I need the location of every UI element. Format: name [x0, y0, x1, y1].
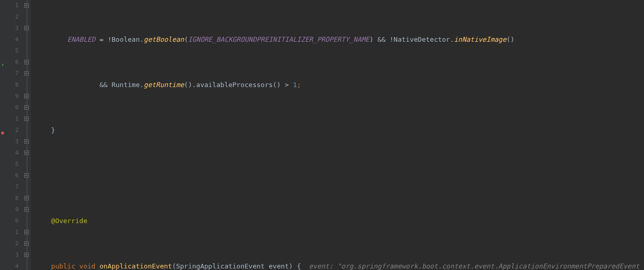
token-static-field: IGNORE_BACKGROUNDPREINITIALIZER_PROPERTY…: [188, 36, 369, 43]
code-area[interactable]: ENABLED = !Boolean.getBoolean(IGNORE_BAC…: [31, 0, 644, 270]
fold-end-icon[interactable]: −: [24, 139, 29, 144]
token: ().availableProcessors() >: [184, 81, 293, 89]
fold-end-icon[interactable]: −: [24, 196, 29, 200]
token-number: 1: [293, 81, 297, 89]
line-number[interactable]: 6: [0, 57, 19, 68]
fold-start-icon[interactable]: −: [24, 105, 29, 110]
token-static-method: inNativeImage: [454, 36, 507, 43]
fold-start-icon[interactable]: −: [24, 173, 29, 178]
line-number[interactable]: 4: [0, 147, 19, 159]
code-line[interactable]: public void onApplicationEvent(SpringApp…: [31, 261, 644, 270]
token-static-method: getBoolean: [144, 36, 184, 43]
fold-end-icon[interactable]: −: [24, 3, 29, 8]
line-number[interactable]: 8: [0, 79, 19, 91]
fold-end-icon[interactable]: −: [24, 26, 29, 30]
fold-start-icon[interactable]: −: [24, 207, 29, 212]
token-brace: }: [51, 126, 55, 134]
code-line[interactable]: }: [31, 125, 644, 136]
line-number[interactable]: 9: [0, 204, 19, 215]
token-annotation: @Override: [51, 217, 87, 225]
fold-start-icon[interactable]: −: [24, 60, 29, 64]
token-keyword: public: [51, 262, 79, 270]
line-number[interactable]: 5: [0, 45, 19, 57]
line-number-gutter[interactable]: ↑● 123456789012345678901234: [0, 0, 23, 270]
token-static-field: ENABLED: [67, 36, 96, 43]
token-static-method: getRuntime: [144, 81, 184, 89]
line-number[interactable]: 2: [0, 238, 19, 249]
line-number[interactable]: 0: [0, 102, 19, 113]
indent: [35, 81, 99, 89]
line-number[interactable]: 7: [0, 68, 19, 79]
fold-start-icon[interactable]: −: [24, 116, 29, 121]
line-number[interactable]: 4: [0, 34, 19, 45]
line-number[interactable]: 7: [0, 181, 19, 193]
line-number[interactable]: 0: [0, 215, 19, 227]
indent: [35, 36, 67, 43]
code-editor[interactable]: ↑● 123456789012345678901234 −−−−−−−−−−−−…: [0, 0, 644, 270]
token: = !Boolean.: [95, 36, 144, 43]
fold-end-icon[interactable]: −: [24, 241, 29, 246]
code-line[interactable]: ENABLED = !Boolean.getBoolean(IGNORE_BAC…: [31, 34, 644, 45]
fold-end-icon[interactable]: −: [24, 252, 29, 257]
line-number[interactable]: 8: [0, 193, 19, 204]
fold-end-icon[interactable]: −: [24, 94, 29, 98]
code-line[interactable]: [31, 170, 644, 181]
indent: [35, 262, 51, 270]
inline-hint: event: "org.springframework.boot.context…: [301, 262, 639, 270]
token-semicolon: ;: [297, 81, 301, 89]
line-number[interactable]: 2: [0, 11, 19, 23]
indent: [35, 217, 51, 225]
fold-column[interactable]: −−−−−−−−−−−−−−−: [23, 0, 31, 270]
line-number[interactable]: 2: [0, 125, 19, 136]
token: && Runtime.: [99, 81, 144, 89]
line-number[interactable]: 1: [0, 113, 19, 125]
line-number[interactable]: 6: [0, 170, 19, 181]
line-number[interactable]: 3: [0, 249, 19, 261]
line-number[interactable]: 1: [0, 0, 19, 11]
fold-start-icon[interactable]: −: [24, 71, 29, 76]
code-line[interactable]: @Override: [31, 215, 644, 227]
line-number[interactable]: 5: [0, 159, 19, 170]
fold-end-icon[interactable]: −: [24, 230, 29, 234]
token-method-decl: onApplicationEvent: [99, 262, 172, 270]
code-line[interactable]: && Runtime.getRuntime().availableProcess…: [31, 79, 644, 91]
token: ) && !NativeDetector.: [370, 36, 454, 43]
token: (SpringApplicationEvent event) {: [172, 262, 301, 270]
indent: [35, 126, 51, 134]
line-number[interactable]: 9: [0, 91, 19, 102]
line-number[interactable]: 1: [0, 227, 19, 238]
line-number[interactable]: 3: [0, 23, 19, 34]
line-number[interactable]: 4: [0, 261, 19, 270]
token-keyword: void: [79, 262, 99, 270]
fold-start-icon[interactable]: −: [24, 150, 29, 155]
line-number[interactable]: 3: [0, 136, 19, 147]
token: (): [507, 36, 515, 43]
